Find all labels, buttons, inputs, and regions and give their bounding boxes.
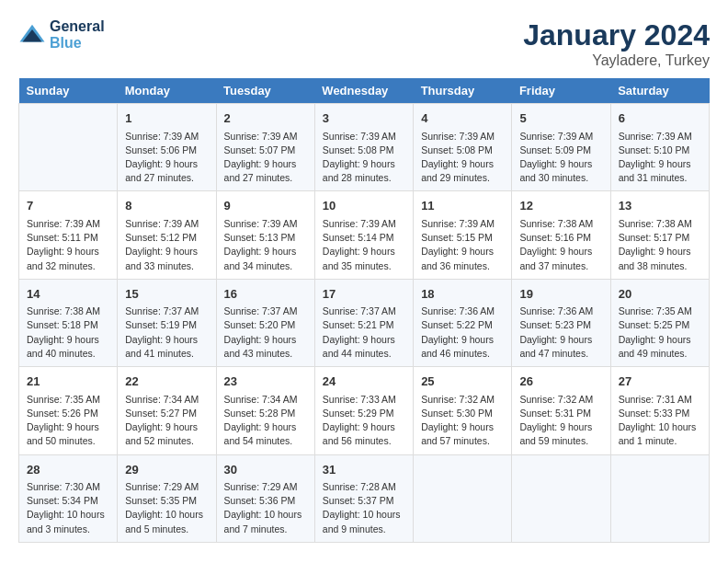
day-info: Sunrise: 7:39 AMSunset: 5:08 PMDaylight:…	[323, 130, 405, 186]
logo-text: General Blue	[50, 18, 105, 52]
day-info: Sunrise: 7:29 AMSunset: 5:35 PMDaylight:…	[125, 480, 208, 536]
day-number: 14	[27, 285, 109, 304]
day-info: Sunrise: 7:39 AMSunset: 5:09 PMDaylight:…	[519, 130, 602, 186]
day-number: 4	[421, 109, 504, 128]
day-info: Sunrise: 7:39 AMSunset: 5:14 PMDaylight:…	[323, 217, 405, 273]
day-number: 6	[619, 109, 701, 128]
day-number: 7	[27, 197, 109, 215]
day-cell: 11Sunrise: 7:39 AMSunset: 5:15 PMDayligh…	[414, 191, 512, 279]
day-info: Sunrise: 7:36 AMSunset: 5:23 PMDaylight:…	[519, 304, 602, 361]
header-saturday: Saturday	[610, 78, 709, 104]
day-info: Sunrise: 7:30 AMSunset: 5:34 PMDaylight:…	[27, 480, 109, 536]
day-info: Sunrise: 7:32 AMSunset: 5:31 PMDaylight:…	[519, 393, 602, 449]
day-cell: 22Sunrise: 7:34 AMSunset: 5:27 PMDayligh…	[118, 367, 216, 454]
day-cell: 23Sunrise: 7:34 AMSunset: 5:28 PMDayligh…	[216, 367, 314, 454]
day-cell: 8Sunrise: 7:39 AMSunset: 5:12 PMDaylight…	[118, 191, 216, 279]
day-number: 8	[125, 197, 208, 215]
day-cell: 14Sunrise: 7:38 AMSunset: 5:18 PMDayligh…	[19, 279, 118, 366]
day-number: 1	[125, 109, 208, 128]
day-info: Sunrise: 7:37 AMSunset: 5:20 PMDaylight:…	[224, 304, 307, 361]
month-title: January 2024	[523, 18, 710, 52]
day-cell: 2Sunrise: 7:39 AMSunset: 5:07 PMDaylight…	[216, 104, 314, 191]
location-title: Yayladere, Turkey	[523, 52, 710, 69]
header-thursday: Thursday	[414, 78, 512, 104]
day-number: 30	[224, 461, 307, 479]
day-cell: 17Sunrise: 7:37 AMSunset: 5:21 PMDayligh…	[314, 279, 413, 366]
day-number: 17	[323, 285, 405, 304]
day-cell: 25Sunrise: 7:32 AMSunset: 5:30 PMDayligh…	[414, 367, 512, 454]
day-number: 5	[519, 109, 602, 128]
day-number: 24	[323, 373, 405, 391]
day-number: 22	[125, 373, 208, 391]
day-cell	[512, 454, 610, 542]
day-cell	[610, 454, 709, 542]
day-cell: 29Sunrise: 7:29 AMSunset: 5:35 PMDayligh…	[118, 454, 216, 542]
title-block: January 2024 Yayladere, Turkey	[523, 18, 710, 69]
day-info: Sunrise: 7:38 AMSunset: 5:16 PMDaylight:…	[519, 217, 602, 273]
day-number: 18	[421, 285, 504, 304]
day-info: Sunrise: 7:38 AMSunset: 5:18 PMDaylight:…	[27, 304, 109, 361]
day-cell: 27Sunrise: 7:31 AMSunset: 5:33 PMDayligh…	[610, 367, 709, 454]
day-number: 12	[519, 197, 602, 215]
day-number: 2	[224, 109, 307, 128]
day-number: 21	[27, 373, 109, 391]
day-number: 16	[224, 285, 307, 304]
day-info: Sunrise: 7:39 AMSunset: 5:13 PMDaylight:…	[224, 217, 307, 273]
day-number: 3	[323, 109, 405, 128]
logo-icon	[18, 21, 46, 49]
day-cell: 15Sunrise: 7:37 AMSunset: 5:19 PMDayligh…	[118, 279, 216, 366]
day-info: Sunrise: 7:36 AMSunset: 5:22 PMDaylight:…	[421, 304, 504, 361]
day-info: Sunrise: 7:35 AMSunset: 5:26 PMDaylight:…	[27, 393, 109, 449]
header-friday: Friday	[512, 78, 610, 104]
day-number: 10	[323, 197, 405, 215]
header-monday: Monday	[118, 78, 216, 104]
day-cell: 13Sunrise: 7:38 AMSunset: 5:17 PMDayligh…	[610, 191, 709, 279]
day-info: Sunrise: 7:29 AMSunset: 5:36 PMDaylight:…	[224, 480, 307, 536]
day-cell	[19, 104, 118, 191]
day-number: 15	[125, 285, 208, 304]
page-header: General Blue January 2024 Yayladere, Tur…	[18, 18, 710, 69]
day-number: 19	[519, 285, 602, 304]
day-cell: 31Sunrise: 7:28 AMSunset: 5:37 PMDayligh…	[314, 454, 413, 542]
day-cell: 12Sunrise: 7:38 AMSunset: 5:16 PMDayligh…	[512, 191, 610, 279]
day-number: 25	[421, 373, 504, 391]
day-cell: 4Sunrise: 7:39 AMSunset: 5:08 PMDaylight…	[414, 104, 512, 191]
day-number: 29	[125, 461, 208, 479]
day-number: 23	[224, 373, 307, 391]
day-cell: 9Sunrise: 7:39 AMSunset: 5:13 PMDaylight…	[216, 191, 314, 279]
logo: General Blue	[18, 18, 105, 52]
day-info: Sunrise: 7:39 AMSunset: 5:12 PMDaylight:…	[125, 217, 208, 273]
week-row-1: 1Sunrise: 7:39 AMSunset: 5:06 PMDaylight…	[19, 104, 710, 191]
day-info: Sunrise: 7:39 AMSunset: 5:15 PMDaylight:…	[421, 217, 504, 273]
calendar-header-row: SundayMondayTuesdayWednesdayThursdayFrid…	[19, 78, 710, 104]
day-info: Sunrise: 7:39 AMSunset: 5:08 PMDaylight:…	[421, 130, 504, 186]
day-cell: 24Sunrise: 7:33 AMSunset: 5:29 PMDayligh…	[314, 367, 413, 454]
day-info: Sunrise: 7:33 AMSunset: 5:29 PMDaylight:…	[323, 393, 405, 449]
day-info: Sunrise: 7:28 AMSunset: 5:37 PMDaylight:…	[323, 480, 405, 536]
day-number: 27	[619, 373, 701, 391]
week-row-2: 7Sunrise: 7:39 AMSunset: 5:11 PMDaylight…	[19, 191, 710, 279]
day-info: Sunrise: 7:34 AMSunset: 5:27 PMDaylight:…	[125, 393, 208, 449]
day-cell: 10Sunrise: 7:39 AMSunset: 5:14 PMDayligh…	[314, 191, 413, 279]
day-cell: 16Sunrise: 7:37 AMSunset: 5:20 PMDayligh…	[216, 279, 314, 366]
header-wednesday: Wednesday	[314, 78, 413, 104]
day-info: Sunrise: 7:37 AMSunset: 5:19 PMDaylight:…	[125, 304, 208, 361]
header-sunday: Sunday	[19, 78, 118, 104]
day-cell: 7Sunrise: 7:39 AMSunset: 5:11 PMDaylight…	[19, 191, 118, 279]
day-info: Sunrise: 7:39 AMSunset: 5:10 PMDaylight:…	[619, 130, 701, 186]
week-row-3: 14Sunrise: 7:38 AMSunset: 5:18 PMDayligh…	[19, 279, 710, 366]
day-cell: 18Sunrise: 7:36 AMSunset: 5:22 PMDayligh…	[414, 279, 512, 366]
day-info: Sunrise: 7:35 AMSunset: 5:25 PMDaylight:…	[619, 304, 701, 361]
day-cell: 1Sunrise: 7:39 AMSunset: 5:06 PMDaylight…	[118, 104, 216, 191]
day-number: 26	[519, 373, 602, 391]
day-cell: 20Sunrise: 7:35 AMSunset: 5:25 PMDayligh…	[610, 279, 709, 366]
day-number: 31	[323, 461, 405, 479]
day-info: Sunrise: 7:37 AMSunset: 5:21 PMDaylight:…	[323, 304, 405, 361]
day-cell: 21Sunrise: 7:35 AMSunset: 5:26 PMDayligh…	[19, 367, 118, 454]
day-number: 28	[27, 461, 109, 479]
day-number: 13	[619, 197, 701, 215]
day-info: Sunrise: 7:39 AMSunset: 5:06 PMDaylight:…	[125, 130, 208, 186]
day-info: Sunrise: 7:39 AMSunset: 5:07 PMDaylight:…	[224, 130, 307, 186]
day-number: 9	[224, 197, 307, 215]
calendar-table: SundayMondayTuesdayWednesdayThursdayFrid…	[18, 78, 710, 543]
